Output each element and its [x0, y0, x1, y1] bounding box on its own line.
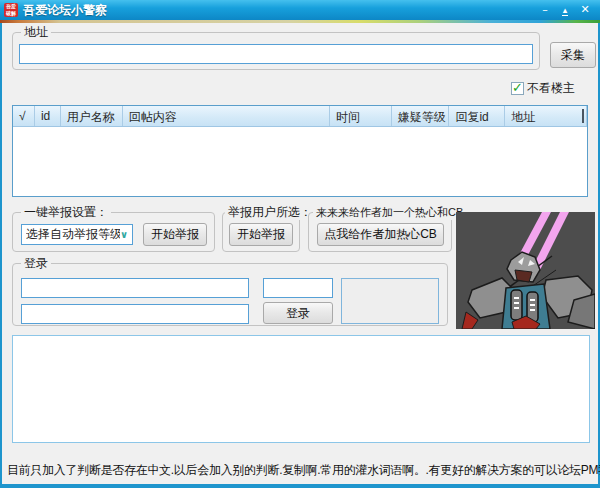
reply-table: √id用户名称回帖内容时间嫌疑等级回复id地址	[12, 105, 588, 197]
skip-op-checkbox[interactable]: ✓	[511, 82, 524, 95]
column-header-address[interactable]: 地址	[505, 106, 587, 126]
report-level-dropdown[interactable]: 选择自动举报等级 ∨	[21, 224, 133, 245]
chevron-down-icon: ∨	[120, 229, 132, 240]
address-group-label: 地址	[21, 25, 51, 40]
password-input[interactable]	[21, 304, 249, 324]
start-report-button[interactable]: 开始举报	[143, 223, 207, 246]
app-icon-text-bottom: 破解	[4, 10, 18, 17]
column-header-check[interactable]: √	[13, 106, 35, 126]
column-header-reply-content[interactable]: 回帖内容	[123, 106, 330, 126]
login-group-label: 登录	[21, 256, 51, 271]
captcha-box	[341, 278, 439, 324]
column-header-time[interactable]: 时间	[330, 106, 392, 126]
status-text: 目前只加入了判断是否存在中文.以后会加入别的判断.复制啊.常用的灌水词语啊。.有…	[7, 462, 595, 479]
column-header-suspicion-level[interactable]: 嫌疑等级	[392, 106, 450, 126]
skip-op-option: ✓ 不看楼主	[511, 80, 575, 97]
titlebar[interactable]: 吾爱 破解 吾爱论坛小警察 – ▴ ✕	[0, 0, 600, 20]
login-group: 登录 登录	[12, 263, 448, 326]
report-selected-group: 举报用户所选： 开始举报	[222, 212, 300, 252]
skip-op-label: 不看楼主	[527, 80, 575, 97]
login-button[interactable]: 登录	[263, 302, 333, 324]
report-level-dropdown-value: 选择自动举报等级	[26, 226, 120, 243]
app-icon-text-top: 吾爱	[4, 3, 18, 10]
address-input[interactable]	[19, 44, 533, 64]
report-settings-label: 一键举报设置：	[21, 205, 111, 220]
rainbow-strip	[0, 20, 600, 23]
author-reward-label: 来来来给作者加一个热心和CB	[313, 205, 466, 220]
log-panel	[12, 335, 590, 443]
app-window: 吾爱 破解 吾爱论坛小警察 – ▴ ✕ 地址 采集 ✓ 不看楼主 √id用户名称…	[0, 0, 600, 488]
collect-button[interactable]: 采集	[550, 42, 596, 68]
app-icon: 吾爱 破解	[4, 3, 18, 17]
check-icon: ✓	[512, 80, 523, 95]
address-group: 地址	[12, 32, 540, 70]
minimize-button[interactable]: –	[538, 4, 552, 16]
start-report-selected-button[interactable]: 开始举报	[229, 223, 293, 246]
maximize-button[interactable]: ▴	[558, 4, 572, 16]
close-button[interactable]: ✕	[578, 4, 592, 16]
author-reward-group: 来来来给作者加一个热心和CB 点我给作者加热心CB	[308, 212, 452, 252]
report-selected-label: 举报用户所选：	[225, 205, 315, 220]
header-end-tick	[582, 109, 584, 123]
table-header: √id用户名称回帖内容时间嫌疑等级回复id地址	[13, 106, 587, 127]
column-header-username[interactable]: 用户名称	[61, 106, 123, 126]
window-controls: – ▴ ✕	[538, 4, 600, 16]
code-input[interactable]	[263, 278, 333, 298]
username-input[interactable]	[21, 278, 249, 298]
report-settings-group: 一键举报设置： 选择自动举报等级 ∨ 开始举报	[12, 212, 215, 252]
mecha-image	[456, 212, 595, 329]
column-header-reply-id[interactable]: 回复id	[449, 106, 505, 126]
add-heart-button[interactable]: 点我给作者加热心CB	[317, 223, 444, 246]
column-header-id[interactable]: id	[35, 106, 61, 126]
window-title: 吾爱论坛小警察	[23, 2, 107, 19]
table-body	[13, 127, 587, 196]
